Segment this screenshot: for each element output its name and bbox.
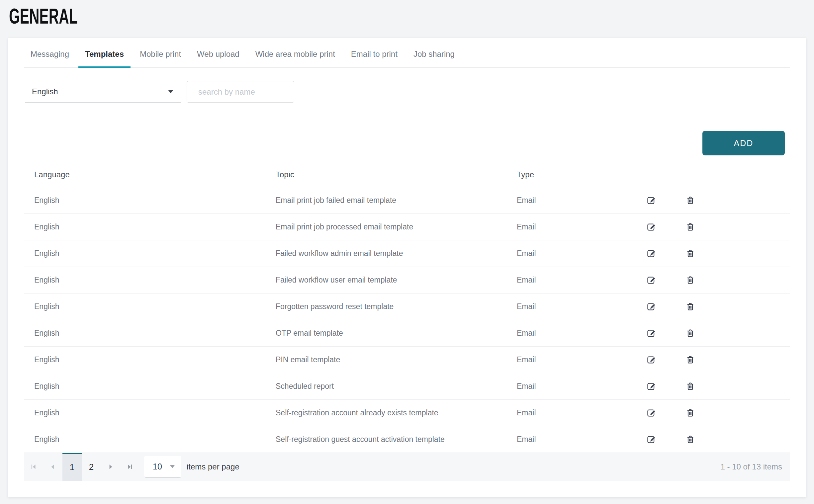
tab-mobile-print[interactable]: Mobile print <box>133 49 188 67</box>
edit-button[interactable] <box>644 246 659 261</box>
filter-row: English <box>24 81 790 103</box>
page-size-value: 10 <box>153 462 162 471</box>
edit-button[interactable] <box>644 379 659 394</box>
cell-language: English <box>24 329 276 338</box>
cell-topic: OTP email template <box>276 329 517 338</box>
caret-down-icon <box>168 90 173 93</box>
pager-range-label: 1 - 10 of 13 items <box>721 462 790 471</box>
tab-label: Messaging <box>31 49 69 58</box>
table-body: English Email print job failed email tem… <box>24 187 790 453</box>
column-header-type: Type <box>517 170 632 179</box>
tab-email-to-print[interactable]: Email to print <box>344 49 404 67</box>
cell-language: English <box>24 382 276 391</box>
pager-prev-button[interactable] <box>43 453 62 481</box>
add-button[interactable]: ADD <box>702 131 785 155</box>
tab-job-sharing[interactable]: Job sharing <box>407 49 461 67</box>
delete-button[interactable] <box>683 246 697 261</box>
tab-label: Wide area mobile print <box>255 49 335 58</box>
settings-card: MessagingTemplatesMobile printWeb upload… <box>8 38 806 497</box>
edit-button[interactable] <box>644 353 659 367</box>
tab-templates[interactable]: Templates <box>78 49 131 67</box>
cell-type: Email <box>517 196 632 205</box>
pager-next-button[interactable] <box>101 453 120 481</box>
table-row: English Scheduled report Email <box>24 373 790 400</box>
table-row: English Failed workflow admin email temp… <box>24 240 790 267</box>
edit-button[interactable] <box>644 406 659 420</box>
cell-language: English <box>24 408 276 417</box>
edit-icon <box>647 435 656 444</box>
edit-icon <box>647 276 656 285</box>
table-row: English OTP email template Email <box>24 320 790 347</box>
language-select[interactable]: English <box>25 81 181 103</box>
trash-icon <box>686 222 695 231</box>
cell-topic: Forgotten password reset template <box>276 302 517 311</box>
column-header-topic: Topic <box>276 170 517 179</box>
pager-last-button[interactable] <box>120 453 139 481</box>
cell-topic: Scheduled report <box>276 382 517 391</box>
tab-label: Email to print <box>351 49 398 58</box>
edit-button[interactable] <box>644 432 659 447</box>
cell-language: English <box>24 222 276 231</box>
cell-topic: Self-registration account already exists… <box>276 408 517 417</box>
cell-language: English <box>24 249 276 258</box>
edit-icon <box>647 355 656 364</box>
delete-button[interactable] <box>683 326 697 341</box>
table-row: English Self-registration guest account … <box>24 426 790 453</box>
table-row: English PIN email template Email <box>24 347 790 373</box>
edit-icon <box>647 329 656 338</box>
cell-topic: PIN email template <box>276 355 517 364</box>
edit-button[interactable] <box>644 326 659 341</box>
edit-button[interactable] <box>644 299 659 314</box>
trash-icon <box>686 276 695 285</box>
table-row: English Email print job failed email tem… <box>24 187 790 214</box>
page-size-select[interactable]: 10 <box>144 456 181 478</box>
pager-page-2[interactable]: 2 <box>82 453 101 481</box>
cell-type: Email <box>517 302 632 311</box>
column-header-language: Language <box>24 170 276 179</box>
tab-label: Web upload <box>197 49 239 58</box>
cell-topic: Email print job failed email template <box>276 196 517 205</box>
delete-button[interactable] <box>683 406 697 420</box>
edit-button[interactable] <box>644 273 659 288</box>
trash-icon <box>686 302 695 311</box>
tab-messaging[interactable]: Messaging <box>24 49 76 67</box>
tab-web-upload[interactable]: Web upload <box>190 49 246 67</box>
delete-button[interactable] <box>683 273 697 288</box>
trash-icon <box>686 382 695 391</box>
trash-icon <box>686 355 695 364</box>
cell-language: English <box>24 276 276 285</box>
edit-icon <box>647 382 656 391</box>
cell-type: Email <box>517 249 632 258</box>
delete-button[interactable] <box>683 220 697 234</box>
delete-button[interactable] <box>683 353 697 367</box>
table-row: English Email print job processed email … <box>24 214 790 240</box>
edit-button[interactable] <box>644 193 659 208</box>
tab-label: Templates <box>85 49 124 58</box>
cell-topic: Failed workflow user email template <box>276 276 517 285</box>
chevron-prev-icon <box>50 464 56 470</box>
trash-icon <box>686 196 695 205</box>
delete-button[interactable] <box>683 299 697 314</box>
tab-wide-area-mobile-print[interactable]: Wide area mobile print <box>249 49 342 67</box>
tab-label: Job sharing <box>413 49 455 58</box>
table-row: English Forgotten password reset templat… <box>24 294 790 320</box>
cell-topic: Self-registration guest account activati… <box>276 435 517 444</box>
pager-page-1[interactable]: 1 <box>62 453 82 481</box>
search-input[interactable] <box>187 81 294 103</box>
delete-button[interactable] <box>683 432 697 447</box>
cell-language: English <box>24 302 276 311</box>
skip-to-last-icon <box>127 464 133 470</box>
cell-language: English <box>24 355 276 364</box>
language-select-value: English <box>32 87 58 96</box>
edit-icon <box>647 408 656 417</box>
delete-button[interactable] <box>683 193 697 208</box>
pager-first-button[interactable] <box>24 453 43 481</box>
page-title: GENERAL <box>9 5 78 28</box>
caret-down-icon <box>170 465 175 468</box>
delete-button[interactable] <box>683 379 697 394</box>
edit-button[interactable] <box>644 220 659 234</box>
table-row: English Self-registration account alread… <box>24 400 790 426</box>
tab-label: Mobile print <box>140 49 181 58</box>
cell-type: Email <box>517 355 632 364</box>
items-per-page-label: items per page <box>187 462 239 471</box>
